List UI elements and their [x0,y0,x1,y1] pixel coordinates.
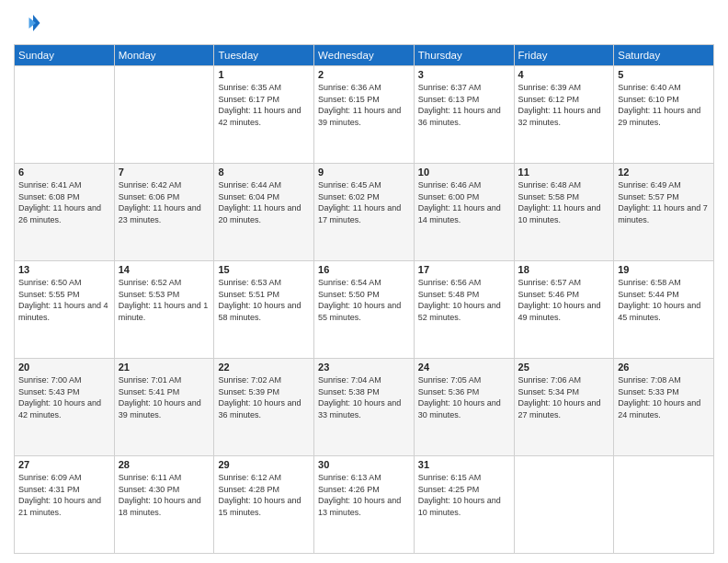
day-cell: 9Sunrise: 6:45 AMSunset: 6:02 PMDaylight… [314,164,415,261]
day-cell: 19Sunrise: 6:58 AMSunset: 5:44 PMDayligh… [614,261,714,359]
day-info: Sunrise: 6:36 AMSunset: 6:15 PMDaylight:… [318,82,410,128]
day-info: Sunrise: 6:44 AMSunset: 6:04 PMDaylight:… [218,179,310,225]
day-info: Sunrise: 6:52 AMSunset: 5:53 PMDaylight:… [119,277,210,323]
day-number: 27 [18,459,110,470]
week-row-3: 13Sunrise: 6:50 AMSunset: 5:55 PMDayligh… [15,261,714,359]
weekday-header-friday: Friday [514,45,614,66]
day-number: 21 [119,362,210,373]
day-info: Sunrise: 6:41 AMSunset: 6:08 PMDaylight:… [18,179,110,225]
day-cell: 30Sunrise: 6:13 AMSunset: 4:26 PMDayligh… [314,456,415,554]
weekday-header-sunday: Sunday [15,45,115,66]
day-info: Sunrise: 6:09 AMSunset: 4:31 PMDaylight:… [18,472,110,518]
day-info: Sunrise: 6:11 AMSunset: 4:30 PMDaylight:… [119,472,210,518]
day-info: Sunrise: 6:50 AMSunset: 5:55 PMDaylight:… [18,277,110,323]
day-cell [114,66,214,164]
day-info: Sunrise: 6:37 AMSunset: 6:13 PMDaylight:… [418,82,510,128]
day-number: 9 [318,167,410,178]
day-info: Sunrise: 6:57 AMSunset: 5:46 PMDaylight:… [518,277,610,323]
calendar-page: SundayMondayTuesdayWednesdayThursdayFrid… [0,0,728,563]
day-info: Sunrise: 7:00 AMSunset: 5:43 PMDaylight:… [18,374,110,420]
day-number: 24 [418,362,510,373]
day-info: Sunrise: 7:01 AMSunset: 5:41 PMDaylight:… [119,374,210,420]
day-number: 7 [119,167,210,178]
day-number: 28 [119,459,210,470]
day-cell: 16Sunrise: 6:54 AMSunset: 5:50 PMDayligh… [314,261,415,359]
day-info: Sunrise: 6:13 AMSunset: 4:26 PMDaylight:… [318,472,410,518]
day-number: 23 [318,362,410,373]
logo-icon [14,9,41,37]
header [14,9,714,37]
day-number: 11 [518,167,610,178]
day-cell: 3Sunrise: 6:37 AMSunset: 6:13 PMDaylight… [414,66,514,164]
weekday-header-saturday: Saturday [614,45,714,66]
day-cell: 4Sunrise: 6:39 AMSunset: 6:12 PMDaylight… [514,66,614,164]
day-number: 22 [218,362,310,373]
weekday-header-wednesday: Wednesday [314,45,415,66]
day-cell: 23Sunrise: 7:04 AMSunset: 5:38 PMDayligh… [314,359,415,456]
day-info: Sunrise: 7:08 AMSunset: 5:33 PMDaylight:… [618,374,710,420]
day-info: Sunrise: 7:06 AMSunset: 5:34 PMDaylight:… [518,374,610,420]
day-info: Sunrise: 6:56 AMSunset: 5:48 PMDaylight:… [418,277,510,323]
day-number: 30 [318,459,410,470]
day-cell: 7Sunrise: 6:42 AMSunset: 6:06 PMDaylight… [114,164,214,261]
day-number: 4 [518,69,610,80]
day-number: 5 [618,69,710,80]
day-cell: 1Sunrise: 6:35 AMSunset: 6:17 PMDaylight… [214,66,314,164]
day-cell [15,66,115,164]
day-info: Sunrise: 7:02 AMSunset: 5:39 PMDaylight:… [218,374,310,420]
weekday-header-thursday: Thursday [414,45,514,66]
day-cell: 24Sunrise: 7:05 AMSunset: 5:36 PMDayligh… [414,359,514,456]
day-cell: 28Sunrise: 6:11 AMSunset: 4:30 PMDayligh… [114,456,214,554]
day-info: Sunrise: 6:48 AMSunset: 5:58 PMDaylight:… [518,179,610,225]
day-number: 15 [218,264,310,275]
day-cell: 26Sunrise: 7:08 AMSunset: 5:33 PMDayligh… [614,359,714,456]
day-number: 20 [18,362,110,373]
day-cell: 15Sunrise: 6:53 AMSunset: 5:51 PMDayligh… [214,261,314,359]
day-cell: 20Sunrise: 7:00 AMSunset: 5:43 PMDayligh… [15,359,115,456]
day-info: Sunrise: 6:54 AMSunset: 5:50 PMDaylight:… [318,277,410,323]
day-cell: 22Sunrise: 7:02 AMSunset: 5:39 PMDayligh… [214,359,314,456]
week-row-5: 27Sunrise: 6:09 AMSunset: 4:31 PMDayligh… [15,456,714,554]
week-row-2: 6Sunrise: 6:41 AMSunset: 6:08 PMDaylight… [15,164,714,261]
day-info: Sunrise: 7:05 AMSunset: 5:36 PMDaylight:… [418,374,510,420]
day-cell: 8Sunrise: 6:44 AMSunset: 6:04 PMDaylight… [214,164,314,261]
day-number: 6 [18,167,110,178]
day-number: 13 [18,264,110,275]
day-info: Sunrise: 6:12 AMSunset: 4:28 PMDaylight:… [218,472,310,518]
weekday-header-tuesday: Tuesday [214,45,314,66]
day-info: Sunrise: 6:35 AMSunset: 6:17 PMDaylight:… [218,82,310,128]
day-cell: 31Sunrise: 6:15 AMSunset: 4:25 PMDayligh… [414,456,514,554]
day-number: 18 [518,264,610,275]
day-info: Sunrise: 6:15 AMSunset: 4:25 PMDaylight:… [418,472,510,518]
day-cell [614,456,714,554]
day-cell: 17Sunrise: 6:56 AMSunset: 5:48 PMDayligh… [414,261,514,359]
day-cell: 13Sunrise: 6:50 AMSunset: 5:55 PMDayligh… [15,261,115,359]
week-row-4: 20Sunrise: 7:00 AMSunset: 5:43 PMDayligh… [15,359,714,456]
weekday-header-row: SundayMondayTuesdayWednesdayThursdayFrid… [15,45,714,66]
day-info: Sunrise: 6:58 AMSunset: 5:44 PMDaylight:… [618,277,710,323]
day-cell [514,456,614,554]
day-info: Sunrise: 6:42 AMSunset: 6:06 PMDaylight:… [119,179,210,225]
day-number: 1 [218,69,310,80]
calendar-table: SundayMondayTuesdayWednesdayThursdayFrid… [14,44,714,554]
day-cell: 12Sunrise: 6:49 AMSunset: 5:57 PMDayligh… [614,164,714,261]
day-cell: 5Sunrise: 6:40 AMSunset: 6:10 PMDaylight… [614,66,714,164]
day-number: 12 [618,167,710,178]
day-info: Sunrise: 6:39 AMSunset: 6:12 PMDaylight:… [518,82,610,128]
day-cell: 14Sunrise: 6:52 AMSunset: 5:53 PMDayligh… [114,261,214,359]
weekday-header-monday: Monday [114,45,214,66]
day-number: 29 [218,459,310,470]
day-info: Sunrise: 6:53 AMSunset: 5:51 PMDaylight:… [218,277,310,323]
day-number: 26 [618,362,710,373]
day-cell: 27Sunrise: 6:09 AMSunset: 4:31 PMDayligh… [15,456,115,554]
day-number: 16 [318,264,410,275]
day-info: Sunrise: 6:40 AMSunset: 6:10 PMDaylight:… [618,82,710,128]
day-number: 25 [518,362,610,373]
day-cell: 6Sunrise: 6:41 AMSunset: 6:08 PMDaylight… [15,164,115,261]
day-cell: 10Sunrise: 6:46 AMSunset: 6:00 PMDayligh… [414,164,514,261]
day-info: Sunrise: 6:49 AMSunset: 5:57 PMDaylight:… [618,179,710,225]
day-cell: 18Sunrise: 6:57 AMSunset: 5:46 PMDayligh… [514,261,614,359]
day-cell: 29Sunrise: 6:12 AMSunset: 4:28 PMDayligh… [214,456,314,554]
day-cell: 21Sunrise: 7:01 AMSunset: 5:41 PMDayligh… [114,359,214,456]
day-number: 31 [418,459,510,470]
